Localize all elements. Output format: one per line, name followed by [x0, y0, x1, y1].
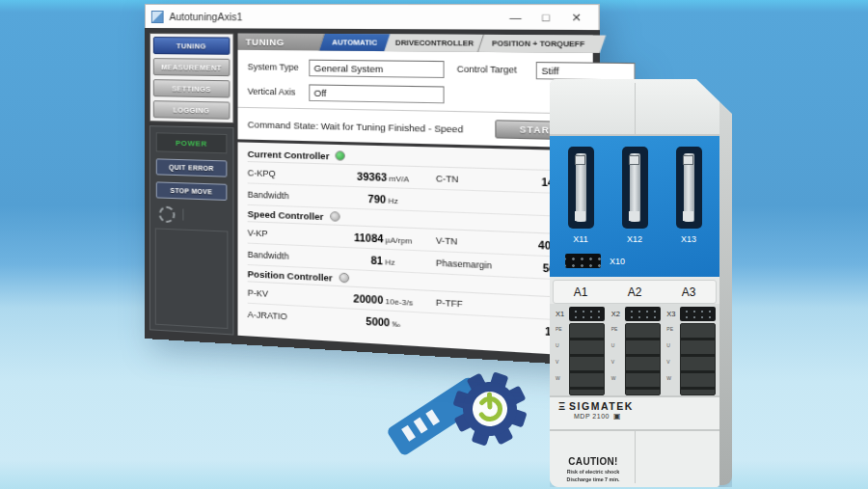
tab-drivecontroller[interactable]: DRIVECONTROLLER [381, 34, 487, 52]
stop-move-button[interactable]: STOP MOVE [156, 181, 228, 201]
vertical-axis-input[interactable] [309, 84, 444, 103]
port-x13: X13 [674, 147, 703, 244]
qr-code-icon: ▣ [613, 413, 621, 420]
connector-slot-icon [568, 147, 594, 229]
terminal-block-icon [680, 323, 716, 395]
slot-a2: A2 [608, 281, 662, 303]
close-icon[interactable]: ✕ [561, 11, 592, 24]
sidebar-item-tuning[interactable]: TUNING [153, 37, 231, 55]
page-title: TUNING [238, 34, 321, 51]
empty-group-box [155, 228, 229, 329]
brand-name: SIGMATEK [569, 400, 634, 412]
port-x11: X11 [566, 147, 595, 244]
quit-error-button[interactable]: QUIT ERROR [156, 158, 228, 177]
port-x12: X12 [620, 147, 649, 244]
device-front-face: X11 X12 X13 X10 A1 A2 A3 [550, 79, 719, 487]
sigmatek-logo-icon: Ξ [558, 400, 565, 412]
terminal-section: X1 PE U V W X2 PE U V W [550, 304, 719, 395]
sidebar-item-measurement[interactable]: MEASUREMENT [153, 58, 231, 76]
brand-bar: Ξ SIGMATEK MDP 2100 ▣ [550, 395, 719, 431]
pin-connector-icon [565, 254, 601, 268]
status-led-gray [330, 211, 339, 222]
app-body: TUNING MEASUREMENT SETTINGS LOGGING POWE… [145, 28, 600, 367]
command-state-value: Wait for Tuning Finished - Speed [321, 120, 464, 134]
power-button[interactable]: POWER [156, 132, 228, 153]
mdp2100-device: X11 X12 X13 X10 A1 A2 A3 [550, 79, 732, 487]
terminal-block-icon [569, 323, 605, 395]
window-title: AutotuningAxis1 [170, 11, 501, 23]
pin-connector-icon [625, 307, 661, 321]
title-bar[interactable]: AutotuningAxis1 — □ ✕ [145, 4, 600, 30]
control-target-input[interactable] [536, 61, 636, 80]
caution-title: CAUTION! [558, 456, 628, 467]
status-row [156, 204, 228, 225]
app-icon [151, 11, 164, 23]
terminal-x3: X3 PE U V W [666, 307, 718, 395]
tab-position-torqueff[interactable]: POSITION + TORQUEFF [476, 35, 605, 53]
terminal-x1: X1 PE U V W [556, 307, 607, 395]
terminal-x2: X2 PE U V W [611, 307, 663, 395]
maximize-icon[interactable]: □ [530, 11, 561, 23]
device-top-section [550, 79, 719, 136]
status-led-gray [339, 273, 349, 284]
system-type-input[interactable] [309, 59, 444, 77]
sidebar-item-settings[interactable]: SETTINGS [153, 79, 231, 97]
caution-line1: Risk of electric shock [558, 469, 628, 475]
sidebar: TUNING MEASUREMENT SETTINGS LOGGING POWE… [149, 33, 234, 336]
terminal-block-icon [625, 323, 661, 395]
caution-line2: Discharge time 7 min. [558, 476, 628, 482]
tuning-form: System Type Control Target Vertical Axis [238, 50, 593, 115]
connector-slot-icon [676, 147, 702, 229]
slot-a1: A1 [554, 281, 608, 303]
control-target-label: Control Target [457, 64, 536, 75]
command-state-label: Command State: [248, 119, 318, 131]
pin-connector-icon [680, 307, 716, 321]
connector-slot-icon [622, 147, 648, 229]
control-panel: POWER QUIT ERROR STOP MOVE [149, 125, 234, 335]
usb-gear-power-logo [378, 355, 544, 463]
sidebar-item-logging[interactable]: LOGGING [153, 100, 231, 120]
sidebar-nav: TUNING MEASUREMENT SETTINGS LOGGING [149, 33, 234, 123]
device-bottom-section: CAUTION! Risk of electric shock Discharg… [550, 431, 719, 487]
port-x10: X10 [565, 254, 625, 268]
main-area: TUNING AUTOMATIC DRIVECONTROLLER POSITIO… [238, 34, 593, 357]
divider [182, 208, 183, 220]
system-type-label: System Type [248, 62, 310, 72]
device-connector-panel: X11 X12 X13 X10 [550, 136, 719, 277]
vertical-axis-label: Vertical Axis [248, 87, 310, 97]
tab-automatic[interactable]: AUTOMATIC [318, 34, 391, 51]
autotuning-window: AutotuningAxis1 — □ ✕ TUNING MEASUREMENT… [145, 4, 574, 339]
minimize-icon[interactable]: — [501, 11, 530, 23]
spinner-icon [159, 205, 176, 223]
caution-label: CAUTION! Risk of electric shock Discharg… [558, 456, 628, 487]
device-side-face [718, 87, 732, 485]
parameters-panel: Current Controller C-KPQ 39363mV/A C-TN … [238, 142, 593, 356]
axis-slot-bar: A1 A2 A3 [553, 280, 717, 304]
slot-a3: A3 [662, 281, 716, 303]
status-led-green [336, 150, 345, 161]
pin-connector-icon [569, 307, 605, 321]
model-number: MDP 2100 [574, 413, 610, 420]
